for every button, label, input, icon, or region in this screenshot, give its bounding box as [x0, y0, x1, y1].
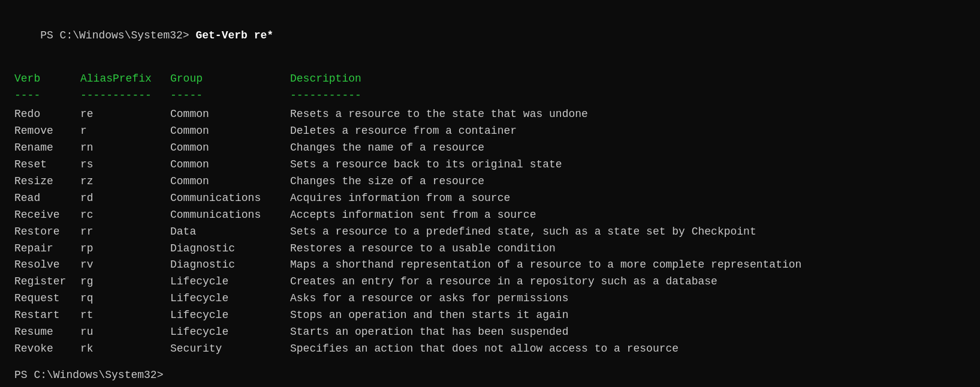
row-group: Common [170, 123, 290, 140]
row-desc: Changes the name of a resource [290, 140, 966, 157]
row-alias: rn [80, 140, 170, 157]
table-row: Rename rn Common Changes the name of a r… [14, 140, 966, 157]
table-container: Verb AliasPrefix Group Description ---- … [14, 71, 966, 358]
row-desc: Creates an entry for a resource in a rep… [290, 274, 966, 290]
row-desc: Accepts information sent from a source [290, 207, 966, 224]
row-alias: re [80, 106, 170, 123]
table-row: Resolve rv Diagnostic Maps a shorthand r… [14, 257, 966, 274]
row-verb: Resolve [14, 257, 80, 274]
terminal-window: PS C:\Windows\System32> Get-Verb re* Ver… [14, 11, 966, 384]
row-verb: Resume [14, 324, 80, 341]
row-verb: Receive [14, 207, 80, 224]
row-alias: rd [80, 190, 170, 207]
row-group: Security [170, 341, 290, 358]
table-row: Revoke rk Security Specifies an action t… [14, 341, 966, 358]
row-verb: Read [14, 190, 80, 207]
row-alias: rq [80, 290, 170, 307]
row-alias: ru [80, 324, 170, 341]
row-verb: Restart [14, 307, 80, 324]
row-group: Communications [170, 190, 290, 207]
row-alias: rc [80, 207, 170, 224]
row-desc: Asks for a resource or asks for permissi… [290, 290, 966, 307]
table-row: Reset rs Common Sets a resource back to … [14, 157, 966, 173]
row-alias: rt [80, 307, 170, 324]
row-verb: Resize [14, 173, 80, 190]
table-row: Read rd Communications Acquires informat… [14, 190, 966, 207]
row-verb: Rename [14, 140, 80, 157]
row-alias: r [80, 123, 170, 140]
table-row: Repair rp Diagnostic Restores a resource… [14, 241, 966, 257]
row-alias: rs [80, 157, 170, 173]
header-group: Group [170, 71, 290, 88]
sep-alias: ----------- [80, 88, 170, 104]
row-desc: Maps a shorthand representation of a res… [290, 257, 966, 274]
row-desc: Stops an operation and then starts it ag… [290, 307, 966, 324]
row-verb: Revoke [14, 341, 80, 358]
row-group: Common [170, 106, 290, 123]
row-desc: Deletes a resource from a container [290, 123, 966, 140]
row-group: Lifecycle [170, 290, 290, 307]
row-alias: rg [80, 274, 170, 290]
sep-group: ----- [170, 88, 290, 104]
table-row: Request rq Lifecycle Asks for a resource… [14, 290, 966, 307]
header-row: Verb AliasPrefix Group Description [14, 71, 966, 88]
row-verb: Restore [14, 224, 80, 241]
row-desc: Resets a resource to the state that was … [290, 106, 966, 123]
row-alias: rr [80, 224, 170, 241]
table-row: Resize rz Common Changes the size of a r… [14, 173, 966, 190]
row-desc: Changes the size of a resource [290, 173, 966, 190]
row-desc: Starts an operation that has been suspen… [290, 324, 966, 341]
row-group: Common [170, 173, 290, 190]
row-verb: Register [14, 274, 80, 290]
row-group: Common [170, 140, 290, 157]
separator-row: ---- ----------- ----- ----------- [14, 88, 966, 104]
table-rows: Redo re Common Resets a resource to the … [14, 106, 966, 357]
row-alias: rv [80, 257, 170, 274]
table-row: Resume ru Lifecycle Starts an operation … [14, 324, 966, 341]
prompt-line: PS C:\Windows\System32> Get-Verb re* [14, 11, 966, 61]
row-desc: Sets a resource back to its original sta… [290, 157, 966, 173]
table-row: Restart rt Lifecycle Stops an operation … [14, 307, 966, 324]
prompt-prefix: PS C:\Windows\System32> [40, 29, 195, 41]
row-group: Communications [170, 207, 290, 224]
row-alias: rk [80, 341, 170, 358]
row-group: Lifecycle [170, 274, 290, 290]
row-desc: Specifies an action that does not allow … [290, 341, 966, 358]
row-group: Diagnostic [170, 257, 290, 274]
table-row: Register rg Lifecycle Creates an entry f… [14, 274, 966, 290]
row-desc: Sets a resource to a predefined state, s… [290, 224, 966, 241]
header-alias: AliasPrefix [80, 71, 170, 88]
row-group: Lifecycle [170, 307, 290, 324]
row-desc: Acquires information from a source [290, 190, 966, 207]
row-group: Common [170, 157, 290, 173]
row-alias: rz [80, 173, 170, 190]
bottom-prompt: PS C:\Windows\System32> [14, 367, 966, 384]
row-desc: Restores a resource to a usable conditio… [290, 241, 966, 257]
sep-verb: ---- [14, 88, 80, 104]
row-group: Data [170, 224, 290, 241]
row-group: Lifecycle [170, 324, 290, 341]
table-row: Receive rc Communications Accepts inform… [14, 207, 966, 224]
header-verb: Verb [14, 71, 80, 88]
header-desc: Description [290, 71, 966, 88]
row-alias: rp [80, 241, 170, 257]
prompt-command: Get-Verb re* [195, 29, 273, 41]
row-verb: Redo [14, 106, 80, 123]
row-verb: Reset [14, 157, 80, 173]
row-verb: Remove [14, 123, 80, 140]
row-group: Diagnostic [170, 241, 290, 257]
table-row: Restore rr Data Sets a resource to a pre… [14, 224, 966, 241]
table-row: Redo re Common Resets a resource to the … [14, 106, 966, 123]
row-verb: Repair [14, 241, 80, 257]
row-verb: Request [14, 290, 80, 307]
sep-desc: ----------- [290, 88, 966, 104]
table-row: Remove r Common Deletes a resource from … [14, 123, 966, 140]
